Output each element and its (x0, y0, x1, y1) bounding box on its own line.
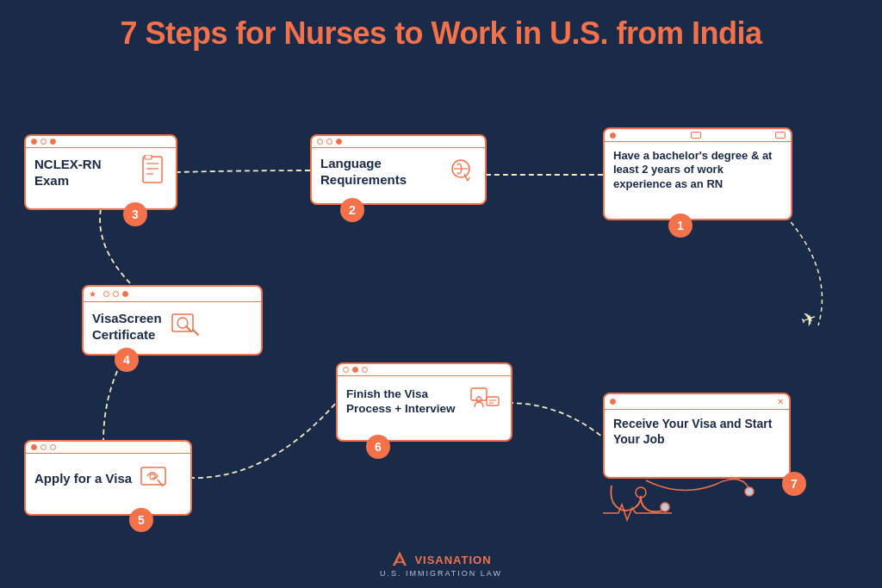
step-card-3: NCLEX-RNExam (24, 134, 177, 210)
step-num-5: 5 (129, 508, 153, 532)
svg-rect-3 (143, 157, 162, 183)
step-num-1: 1 (668, 214, 693, 238)
step-num-6: 6 (366, 435, 390, 459)
step-card-5: Apply for a Visa (24, 440, 192, 516)
stethoscope-icon (603, 479, 672, 525)
svg-point-14 (476, 397, 481, 402)
exam-icon (140, 155, 167, 191)
logo-name: VISANATION (414, 554, 491, 566)
step-1-text: Have a bachelor's degree & at least 2 ye… (613, 149, 782, 191)
step-2-text: Language Requirements (320, 156, 438, 189)
visascreen-icon (169, 309, 202, 345)
svg-line-10 (186, 326, 191, 331)
svg-rect-11 (141, 467, 165, 485)
footer-logo: VISANATION U.S. IMMIGRATION LAW (380, 550, 502, 578)
step-card-4: ★ VisaScreenCertificate (82, 285, 263, 356)
svg-rect-7 (145, 155, 152, 159)
svg-point-19 (661, 503, 669, 511)
step-card-2: Language Requirements (310, 134, 487, 205)
language-icon (445, 155, 476, 189)
step-card-1: Have a bachelor's degree & at least 2 ye… (603, 127, 792, 220)
svg-rect-15 (487, 397, 499, 405)
content-area: ✈ Have a bachelor's degree & at least 2 … (0, 59, 882, 566)
step-card-6: Finish the Visa Process + Interview (336, 362, 512, 442)
svg-point-0 (745, 487, 754, 496)
svg-point-12 (150, 474, 155, 480)
step-3-text: NCLEX-RNExam (34, 157, 133, 189)
step-6-text: Finish the Visa Process + Interview (346, 387, 461, 417)
svg-rect-13 (471, 388, 487, 400)
airplane-icon: ✈ (798, 306, 820, 333)
step-num-7: 7 (782, 472, 806, 496)
page-title: 7 Steps for Nurses to Work in U.S. from … (0, 0, 882, 59)
step-4-text: VisaScreenCertificate (92, 311, 162, 344)
logo-sub: U.S. IMMIGRATION LAW (380, 569, 502, 578)
step-num-3: 3 (123, 202, 147, 226)
step-7-text: Receive Your Visa and Start Your Job (613, 417, 780, 447)
step-card-7: ✕ Receive Your Visa and Start Your Job (603, 393, 791, 479)
step-5-text: Apply for a Visa (34, 471, 132, 487)
interview-icon (468, 383, 502, 421)
step-num-2: 2 (340, 198, 364, 222)
visa-icon (139, 461, 171, 497)
step-num-4: 4 (115, 348, 139, 372)
